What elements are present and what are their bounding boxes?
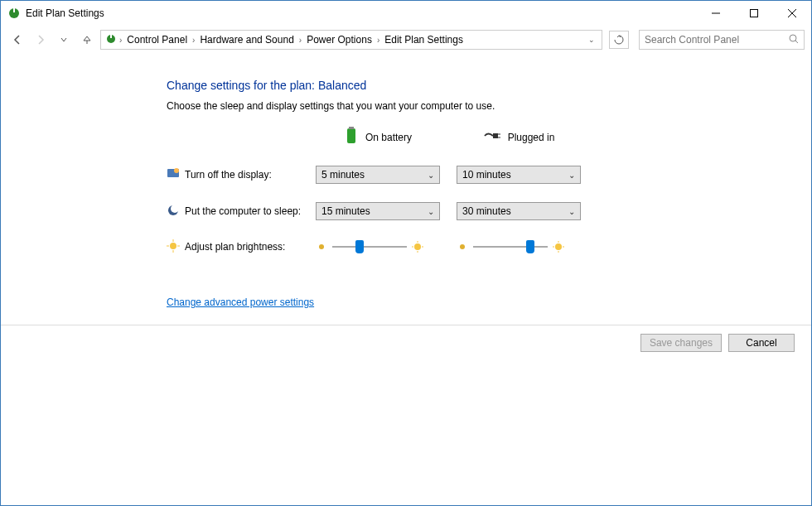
- chevron-down-icon: ⌄: [568, 171, 575, 180]
- save-changes-button[interactable]: Save changes: [640, 334, 722, 352]
- chevron-right-icon: ›: [118, 36, 123, 45]
- breadcrumb-item[interactable]: Hardware and Sound: [196, 34, 297, 46]
- svg-rect-1: [13, 8, 15, 12]
- minimize-button[interactable]: [697, 1, 735, 26]
- content-area: Change settings for the plan: Balanced C…: [1, 54, 811, 308]
- search-icon: [789, 34, 799, 46]
- display-battery-dropdown[interactable]: 5 minutes ⌄: [316, 166, 440, 184]
- svg-line-9: [795, 41, 798, 43]
- up-button[interactable]: [77, 30, 97, 50]
- svg-point-8: [790, 35, 796, 41]
- sun-bright-icon: [412, 241, 423, 253]
- chevron-right-icon: ›: [375, 36, 381, 45]
- svg-point-30: [460, 244, 465, 249]
- sleep-battery-dropdown[interactable]: 15 minutes ⌄: [316, 202, 440, 220]
- chevron-right-icon: ›: [191, 36, 196, 45]
- svg-point-19: [170, 243, 176, 249]
- page-heading: Change settings for the plan: Balanced: [167, 79, 811, 92]
- window-title: Edit Plan Settings: [26, 7, 697, 19]
- address-bar[interactable]: › Control Panel › Hardware and Sound › P…: [100, 30, 602, 50]
- moon-icon: [167, 204, 180, 219]
- sun-icon: [167, 239, 180, 255]
- svg-rect-10: [347, 128, 355, 143]
- display-plugged-dropdown[interactable]: 10 minutes ⌄: [457, 166, 581, 184]
- search-input[interactable]: [645, 34, 789, 46]
- svg-rect-11: [349, 127, 354, 129]
- column-header-plugged: Plugged in: [457, 130, 581, 144]
- nav-bar: › Control Panel › Hardware and Sound › P…: [1, 26, 811, 54]
- svg-point-24: [319, 244, 324, 249]
- chevron-down-icon: ⌄: [568, 207, 575, 216]
- column-header-battery: On battery: [316, 127, 440, 147]
- row-label-brightness: Adjust plan brightness:: [167, 239, 316, 255]
- recent-dropdown[interactable]: [54, 30, 74, 50]
- chevron-right-icon: ›: [297, 36, 303, 45]
- svg-rect-12: [493, 133, 498, 138]
- breadcrumb-item[interactable]: Power Options: [303, 34, 375, 46]
- button-bar: Save changes Cancel: [1, 325, 811, 360]
- sun-dim-icon: [316, 241, 327, 253]
- row-label-sleep: Put the computer to sleep:: [167, 204, 316, 219]
- brightness-plugged-slider[interactable]: [457, 239, 581, 255]
- battery-icon: [344, 127, 359, 147]
- maximize-button[interactable]: [735, 1, 773, 26]
- chevron-down-icon: ⌄: [428, 171, 434, 180]
- page-subtext: Choose the sleep and display settings th…: [167, 100, 811, 112]
- svg-rect-7: [110, 35, 112, 38]
- svg-point-25: [414, 243, 421, 250]
- breadcrumb-item[interactable]: Control Panel: [123, 34, 191, 46]
- svg-point-16: [174, 168, 179, 173]
- refresh-button[interactable]: [609, 31, 629, 49]
- sleep-plugged-dropdown[interactable]: 30 minutes ⌄: [457, 202, 581, 220]
- brightness-battery-slider[interactable]: [316, 239, 440, 255]
- plug-icon: [483, 130, 501, 144]
- sun-dim-icon: [457, 241, 468, 253]
- search-box[interactable]: [639, 30, 805, 50]
- forward-button[interactable]: [31, 30, 51, 50]
- address-dropdown-icon[interactable]: ⌄: [585, 36, 598, 44]
- title-bar: Edit Plan Settings: [1, 1, 811, 26]
- sun-bright-icon: [553, 241, 564, 253]
- breadcrumb-item[interactable]: Edit Plan Settings: [381, 34, 466, 46]
- address-icon: [104, 32, 118, 48]
- back-button[interactable]: [7, 30, 27, 50]
- advanced-settings-link[interactable]: Change advanced power settings: [167, 296, 314, 308]
- svg-rect-3: [751, 10, 758, 17]
- app-icon: [7, 7, 21, 20]
- cancel-button[interactable]: Cancel: [728, 334, 795, 352]
- chevron-down-icon: ⌄: [428, 207, 434, 216]
- svg-point-31: [555, 243, 562, 250]
- close-button[interactable]: [773, 1, 811, 26]
- row-label-display: Turn off the display:: [167, 167, 316, 183]
- svg-point-18: [171, 205, 179, 213]
- monitor-icon: [167, 167, 180, 183]
